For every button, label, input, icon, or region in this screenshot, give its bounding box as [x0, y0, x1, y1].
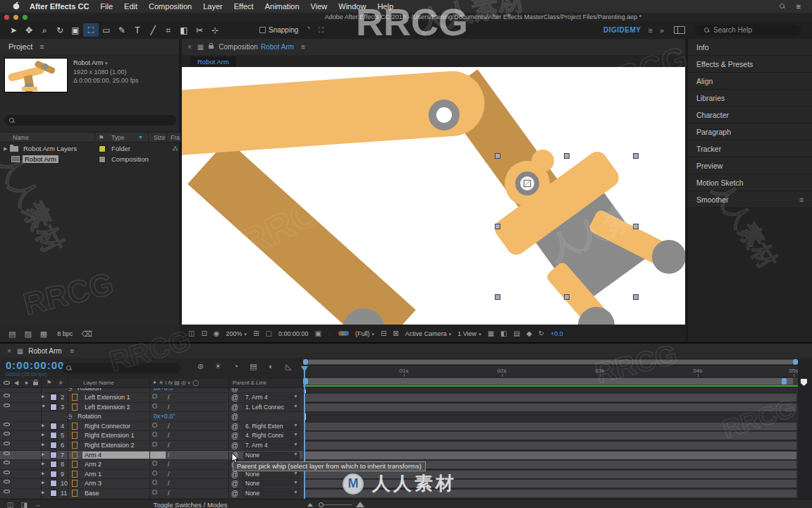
project-row-robot-arm[interactable]: Robot ArmComposition — [0, 154, 180, 164]
magnification-dropdown[interactable]: 200%▾ — [226, 330, 247, 337]
zoom-tool[interactable]: ⌕ — [37, 23, 52, 37]
property-value[interactable]: 0x+0.0° — [154, 388, 176, 392]
shy-switch-icon[interactable] — [152, 404, 157, 409]
multi-monitor-icon[interactable]: ◫ — [188, 329, 195, 337]
transparency-grid-icon[interactable]: ⊠ — [393, 329, 398, 337]
mask-visibility-icon[interactable]: ▢ — [266, 329, 272, 337]
pen-tool[interactable]: ✎ — [114, 23, 130, 37]
eye-icon[interactable] — [4, 404, 10, 407]
property-pick-whip-icon[interactable]: @ — [231, 388, 238, 392]
notification-center-icon[interactable]: ≡ — [796, 2, 801, 11]
time-navigator[interactable] — [303, 359, 798, 365]
menu-item-window[interactable]: Window — [338, 2, 366, 11]
parent-pick-whip-icon[interactable]: @ — [231, 404, 238, 411]
layer-name[interactable]: Right Extension 2 — [82, 442, 137, 449]
label-color-swatch[interactable] — [50, 471, 57, 478]
composition-mini-flowchart-icon[interactable]: ⊛ — [192, 362, 209, 371]
eye-icon[interactable] — [4, 452, 10, 455]
property-value[interactable]: 0x+0.0° — [154, 413, 176, 420]
parent-dropdown-chevron[interactable]: ▼ — [293, 480, 298, 485]
menu-item-view[interactable]: View — [311, 2, 328, 11]
composition-panel-menu-icon[interactable]: ≡ — [301, 43, 305, 51]
viewer-timecode[interactable]: 0:00:00:00 — [278, 330, 309, 337]
parent-dropdown-chevron[interactable]: ▼ — [293, 394, 298, 399]
parent-dropdown[interactable]: None — [243, 490, 300, 497]
timeline-column-headers[interactable]: ◀ ● ⚑ # Layer Name ✦ ☀ \ fx ▤ ◎ ◐ ◯ Pare… — [0, 379, 303, 388]
shy-switch-icon[interactable] — [152, 432, 157, 437]
graph-editor-icon[interactable]: ◺ — [280, 362, 297, 371]
label-color-swatch[interactable] — [50, 461, 57, 468]
selection-tool[interactable]: ➤ — [6, 23, 21, 37]
graph-row[interactable] — [303, 388, 798, 393]
layer-name[interactable]: Right Connector — [82, 423, 133, 430]
property-name[interactable]: Rotation — [78, 388, 102, 392]
parent-dropdown-chevron[interactable]: ▼ — [293, 442, 298, 447]
new-composition-icon[interactable]: ▦ — [40, 329, 47, 339]
panel-menu-icon[interactable]: ≡ — [799, 195, 804, 204]
toggle-switches-modes-button[interactable]: Toggle Switches / Modes — [141, 501, 240, 508]
shape-tool[interactable]: ▭ — [99, 23, 114, 37]
layer-name[interactable]: Arm 3 — [82, 480, 104, 487]
parent-pick-whip-icon[interactable]: @ — [231, 471, 238, 478]
menu-item-layer[interactable]: Layer — [203, 2, 223, 11]
graph-row[interactable] — [303, 441, 798, 451]
timeline-zoom-slider[interactable] — [307, 502, 364, 507]
eye-icon[interactable] — [4, 471, 10, 474]
quality-switch-icon[interactable]: / — [168, 490, 170, 497]
layer-row-left-extension-2[interactable]: ▼3Left Extension 2/@1. Left Connec▼ — [0, 403, 303, 413]
menu-item-file[interactable]: File — [100, 2, 113, 11]
exposure-value[interactable]: +0.0 — [550, 330, 563, 337]
project-search-field[interactable] — [4, 115, 176, 126]
search-help-field[interactable]: Search Help — [695, 25, 801, 35]
label-color-swatch[interactable] — [50, 432, 57, 439]
parent-pick-whip-icon[interactable]: @ — [231, 442, 238, 449]
hide-shy-layers-icon[interactable]: ◔ — [227, 362, 245, 371]
parent-pick-whip-icon[interactable]: @ — [231, 423, 238, 430]
layer-name[interactable]: Arm 1 — [82, 471, 104, 478]
quality-switch-icon[interactable]: / — [168, 432, 170, 439]
apple-icon[interactable] — [13, 1, 20, 11]
sidebar-panel-effects-presets[interactable]: Effects & Presets — [688, 56, 812, 73]
type-tool[interactable]: T — [130, 23, 145, 37]
sidebar-panel-info[interactable]: Info — [688, 39, 812, 56]
layer-row-right-extension-2[interactable]: ▶6Right Extension 2/@7. Arm 4▼ — [0, 441, 303, 451]
spotlight-search-icon[interactable] — [780, 2, 785, 11]
graph-row[interactable] — [303, 412, 798, 422]
close-panel-icon[interactable]: × — [7, 347, 11, 355]
brush-tool[interactable]: ╱ — [145, 23, 161, 37]
menu-item-effect[interactable]: Effect — [234, 2, 254, 11]
layer-row-right-connector[interactable]: ▶4Right Connector/@6. Right Exten▼ — [0, 422, 303, 432]
show-snapshot-icon[interactable]: ◌ — [328, 329, 332, 337]
shy-switch-icon[interactable] — [152, 480, 157, 485]
shy-switch-icon[interactable] — [152, 471, 157, 476]
parent-dropdown[interactable]: 4. Right Conni — [243, 432, 300, 440]
workspace-menu-icon[interactable]: ≡ — [648, 26, 652, 35]
shy-switch-icon[interactable] — [152, 394, 157, 399]
work-area-bar[interactable] — [303, 377, 798, 385]
composition-name[interactable]: Robot Arm — [261, 43, 294, 51]
parent-pick-whip-icon[interactable]: @ — [231, 480, 238, 488]
sidebar-panel-align[interactable]: Align — [688, 73, 812, 90]
tab-project[interactable]: Project — [8, 42, 32, 51]
property-row-rotation[interactable]: ◷Rotation0x+0.0°@ — [0, 412, 303, 422]
layer-row-arm-4[interactable]: ▶7Arm 4/@None▼ — [0, 451, 303, 461]
workspace-brand-label[interactable]: DIGIDEMY — [603, 26, 641, 34]
property-row-rotation[interactable]: ◷Rotation0x+0.0°@ — [0, 388, 303, 393]
hand-tool[interactable]: ✥ — [21, 23, 37, 37]
time-ruler[interactable]: 01s02s03s04s05s — [303, 366, 812, 377]
label-color-swatch[interactable] — [50, 480, 57, 487]
menu-item-composition[interactable]: Composition — [149, 2, 192, 11]
expand-transfer-controls-icon[interactable]: ◨ — [20, 501, 27, 508]
parent-pick-whip-icon[interactable]: @ — [231, 432, 238, 440]
work-area-end-handle[interactable] — [782, 378, 787, 385]
eye-icon[interactable] — [4, 423, 10, 426]
workspace-overflow-icon[interactable]: » — [660, 26, 664, 35]
delete-trash-icon[interactable]: ⌫ — [81, 329, 92, 339]
layer-row-left-extension-1[interactable]: ▶2Left Extension 1/@7. Arm 4▼ — [0, 393, 303, 403]
timeline-button-icon[interactable]: ▤ — [514, 329, 520, 337]
timeline-search-field[interactable] — [62, 363, 180, 373]
eye-icon[interactable] — [4, 490, 10, 493]
sidebar-panel-character[interactable]: Character — [688, 107, 812, 123]
flowchart-icon[interactable]: ◆ — [527, 329, 532, 337]
tab-timeline-robot-arm[interactable]: Robot Arm — [28, 347, 61, 355]
